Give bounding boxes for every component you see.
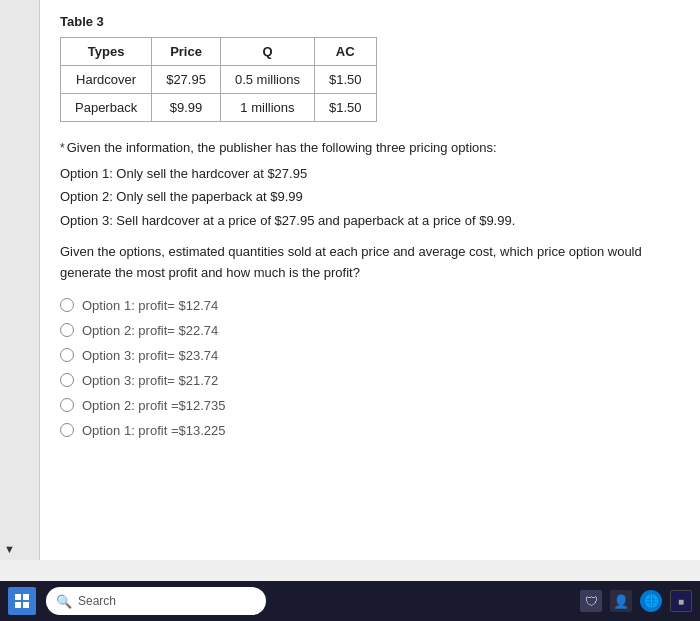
col-header-price: Price <box>152 38 221 66</box>
content-area: Table 3 Types Price Q AC Hardcover$27.95… <box>40 0 700 560</box>
table-cell: Hardcover <box>61 66 152 94</box>
radio-group: Option 1: profit= $12.74Option 2: profit… <box>60 298 680 438</box>
table-cell: 1 millions <box>220 94 314 122</box>
table-cell: $1.50 <box>314 94 376 122</box>
table-row: Hardcover$27.950.5 millions$1.50 <box>61 66 377 94</box>
radio-option[interactable]: Option 1: profit= $12.74 <box>60 298 680 313</box>
radio-circle <box>60 373 74 387</box>
radio-label: Option 2: profit= $22.74 <box>82 323 218 338</box>
radio-label: Option 3: profit= $23.74 <box>82 348 218 363</box>
option-lines: Option 1: Only sell the hardcover at $27… <box>60 164 680 231</box>
question-text: Given the options, estimated quantities … <box>60 242 680 284</box>
intro-text: *Given the information, the publisher ha… <box>60 138 680 158</box>
svg-rect-1 <box>23 594 29 600</box>
radio-option[interactable]: Option 1: profit =$13.225 <box>60 423 680 438</box>
svg-rect-3 <box>23 602 29 608</box>
radio-circle <box>60 423 74 437</box>
radio-option[interactable]: Option 2: profit= $22.74 <box>60 323 680 338</box>
radio-option[interactable]: Option 3: profit= $23.74 <box>60 348 680 363</box>
radio-circle <box>60 348 74 362</box>
scroll-arrow-down[interactable]: ▼ <box>4 543 15 555</box>
taskbar-icon-square[interactable]: ■ <box>670 590 692 612</box>
taskbar-system-icons: 🛡 👤 🌐 ■ <box>580 590 692 612</box>
svg-rect-0 <box>15 594 21 600</box>
radio-option[interactable]: Option 3: profit= $21.72 <box>60 373 680 388</box>
col-header-ac: AC <box>314 38 376 66</box>
svg-rect-2 <box>15 602 21 608</box>
data-table: Types Price Q AC Hardcover$27.950.5 mill… <box>60 37 377 122</box>
col-header-q: Q <box>220 38 314 66</box>
table-title: Table 3 <box>60 14 680 29</box>
note-dot: * <box>60 141 65 155</box>
search-label: Search <box>78 594 116 608</box>
taskbar-icon-shield[interactable]: 🛡 <box>580 590 602 612</box>
col-header-types: Types <box>61 38 152 66</box>
option-line: Option 3: Sell hardcover at a price of $… <box>60 211 680 231</box>
search-icon: 🔍 <box>56 594 72 609</box>
radio-label: Option 1: profit= $12.74 <box>82 298 218 313</box>
taskbar-icon-person[interactable]: 👤 <box>610 590 632 612</box>
radio-circle <box>60 398 74 412</box>
table-cell: 0.5 millions <box>220 66 314 94</box>
table-cell: $9.99 <box>152 94 221 122</box>
radio-circle <box>60 298 74 312</box>
radio-label: Option 1: profit =$13.225 <box>82 423 225 438</box>
radio-option[interactable]: Option 2: profit =$12.735 <box>60 398 680 413</box>
taskbar: 🔍 Search 🛡 👤 🌐 ■ <box>0 581 700 621</box>
start-button[interactable] <box>8 587 36 615</box>
option-line: Option 1: Only sell the hardcover at $27… <box>60 164 680 184</box>
left-sidebar: ▼ <box>0 0 40 560</box>
table-row: Paperback$9.991 millions$1.50 <box>61 94 377 122</box>
taskbar-search-bar[interactable]: 🔍 Search <box>46 587 266 615</box>
option-line: Option 2: Only sell the paperback at $9.… <box>60 187 680 207</box>
radio-label: Option 2: profit =$12.735 <box>82 398 225 413</box>
radio-circle <box>60 323 74 337</box>
table-cell: $1.50 <box>314 66 376 94</box>
table-cell: $27.95 <box>152 66 221 94</box>
table-cell: Paperback <box>61 94 152 122</box>
taskbar-icon-edge[interactable]: 🌐 <box>640 590 662 612</box>
radio-label: Option 3: profit= $21.72 <box>82 373 218 388</box>
